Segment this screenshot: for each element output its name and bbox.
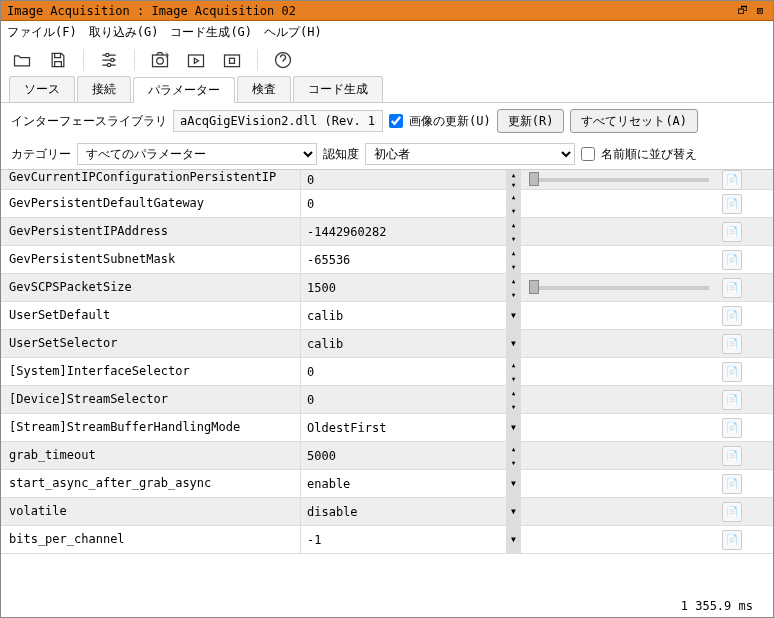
spin-up-icon[interactable]: ▲ — [507, 170, 520, 180]
spin-down-icon[interactable]: ▼ — [507, 400, 520, 414]
copy-icon[interactable]: 📄 — [722, 362, 742, 382]
auto-update-checkbox[interactable] — [389, 114, 403, 128]
param-name: start_async_after_grab_async — [1, 470, 301, 497]
tab-parameters[interactable]: パラメーター — [133, 77, 235, 103]
spin-down-icon[interactable]: ▼ — [507, 372, 520, 386]
params-table[interactable]: GevCurrentIPConfigurationPersistentIP▲▼📄… — [1, 170, 773, 578]
copy-icon[interactable]: 📄 — [722, 502, 742, 522]
spin-up-icon[interactable]: ▲ — [507, 246, 520, 260]
param-value-input[interactable] — [301, 442, 506, 469]
slider-track[interactable] — [529, 286, 709, 290]
menu-file[interactable]: ファイル(F) — [7, 24, 77, 41]
copy-icon[interactable]: 📄 — [722, 170, 742, 190]
chevron-down-icon[interactable]: ▼ — [506, 302, 520, 329]
param-value-input[interactable] — [301, 170, 506, 189]
stop-icon[interactable] — [219, 47, 245, 73]
param-value-cell[interactable]: ▲▼ — [301, 274, 521, 301]
spin-down-icon[interactable]: ▼ — [507, 180, 520, 190]
param-value-input[interactable] — [301, 470, 506, 497]
copy-icon[interactable]: 📄 — [722, 446, 742, 466]
param-value-cell[interactable]: ▲▼ — [301, 386, 521, 413]
tab-inspect[interactable]: 検査 — [237, 76, 291, 102]
param-value-cell[interactable]: ▼ — [301, 330, 521, 357]
slider-track[interactable] — [529, 178, 709, 182]
chevron-down-icon[interactable]: ▼ — [506, 414, 520, 441]
sort-name-checkbox[interactable] — [581, 147, 595, 161]
save-icon[interactable] — [45, 47, 71, 73]
param-value-cell[interactable]: ▼ — [301, 498, 521, 525]
spin-up-icon[interactable]: ▲ — [507, 218, 520, 232]
reset-all-button[interactable]: すべてリセット(A) — [570, 109, 698, 133]
param-value-cell[interactable]: ▲▼ — [301, 246, 521, 273]
menu-codegen[interactable]: コード生成(G) — [170, 24, 252, 41]
copy-icon[interactable]: 📄 — [722, 390, 742, 410]
copy-icon[interactable]: 📄 — [722, 418, 742, 438]
chevron-down-icon[interactable]: ▼ — [506, 498, 520, 525]
param-value-input[interactable] — [301, 330, 506, 357]
spin-down-icon[interactable]: ▼ — [507, 288, 520, 302]
spin-up-icon[interactable]: ▲ — [507, 358, 520, 372]
help-icon[interactable] — [270, 47, 296, 73]
update-button[interactable]: 更新(R) — [497, 109, 565, 133]
param-value-input[interactable] — [301, 274, 506, 301]
param-value-input[interactable] — [301, 526, 506, 553]
param-value-cell[interactable]: ▲▼ — [301, 442, 521, 469]
live-icon[interactable] — [183, 47, 209, 73]
tab-source[interactable]: ソース — [9, 76, 75, 102]
copy-icon[interactable]: 📄 — [722, 222, 742, 242]
menu-help[interactable]: ヘルプ(H) — [264, 24, 322, 41]
open-icon[interactable] — [9, 47, 35, 73]
copy-icon[interactable]: 📄 — [722, 194, 742, 214]
param-value-cell[interactable]: ▲▼ — [301, 358, 521, 385]
slider-thumb[interactable] — [529, 280, 539, 294]
spin-up-icon[interactable]: ▲ — [507, 386, 520, 400]
param-value-cell[interactable]: ▼ — [301, 414, 521, 441]
param-value-input[interactable] — [301, 498, 506, 525]
settings-icon[interactable] — [96, 47, 122, 73]
param-value-cell[interactable]: ▲▼ — [301, 190, 521, 217]
svg-point-2 — [107, 63, 110, 66]
spin-down-icon[interactable]: ▼ — [507, 232, 520, 246]
param-row: GevPersistentIPAddress▲▼📄 — [1, 218, 773, 246]
slider-thumb[interactable] — [529, 172, 539, 186]
awareness-select[interactable]: 初心者 — [365, 143, 575, 165]
copy-icon[interactable]: 📄 — [722, 334, 742, 354]
param-value-cell[interactable]: ▲▼ — [301, 170, 521, 189]
action-cell: 📄 — [717, 414, 747, 441]
param-value-cell[interactable]: ▼ — [301, 302, 521, 329]
menu-acquire[interactable]: 取り込み(G) — [89, 24, 159, 41]
param-value-input[interactable] — [301, 386, 506, 413]
param-value-input[interactable] — [301, 358, 506, 385]
chevron-down-icon[interactable]: ▼ — [506, 526, 520, 553]
param-value-cell[interactable]: ▲▼ — [301, 218, 521, 245]
param-value-input[interactable] — [301, 218, 506, 245]
chevron-down-icon[interactable]: ▼ — [506, 330, 520, 357]
copy-icon[interactable]: 📄 — [722, 278, 742, 298]
param-value-cell[interactable]: ▼ — [301, 470, 521, 497]
restore-icon[interactable]: 🗗 — [735, 4, 749, 18]
svg-point-1 — [111, 58, 114, 61]
spin-down-icon[interactable]: ▼ — [507, 204, 520, 218]
tab-connect[interactable]: 接続 — [77, 76, 131, 102]
param-name: bits_per_channel — [1, 526, 301, 553]
spin-down-icon[interactable]: ▼ — [507, 456, 520, 470]
category-select[interactable]: すべてのパラメーター — [77, 143, 317, 165]
param-value-input[interactable] — [301, 246, 506, 273]
spin-up-icon[interactable]: ▲ — [507, 442, 520, 456]
iflib-input[interactable] — [173, 110, 383, 132]
param-value-input[interactable] — [301, 302, 506, 329]
close-icon[interactable]: ⊠ — [753, 4, 767, 18]
copy-icon[interactable]: 📄 — [722, 306, 742, 326]
param-value-input[interactable] — [301, 414, 506, 441]
spin-down-icon[interactable]: ▼ — [507, 260, 520, 274]
copy-icon[interactable]: 📄 — [722, 250, 742, 270]
spin-up-icon[interactable]: ▲ — [507, 274, 520, 288]
param-value-input[interactable] — [301, 190, 506, 217]
tab-codegen[interactable]: コード生成 — [293, 76, 383, 102]
spin-up-icon[interactable]: ▲ — [507, 190, 520, 204]
param-value-cell[interactable]: ▼ — [301, 526, 521, 553]
chevron-down-icon[interactable]: ▼ — [506, 470, 520, 497]
copy-icon[interactable]: 📄 — [722, 530, 742, 550]
snap-icon[interactable] — [147, 47, 173, 73]
copy-icon[interactable]: 📄 — [722, 474, 742, 494]
